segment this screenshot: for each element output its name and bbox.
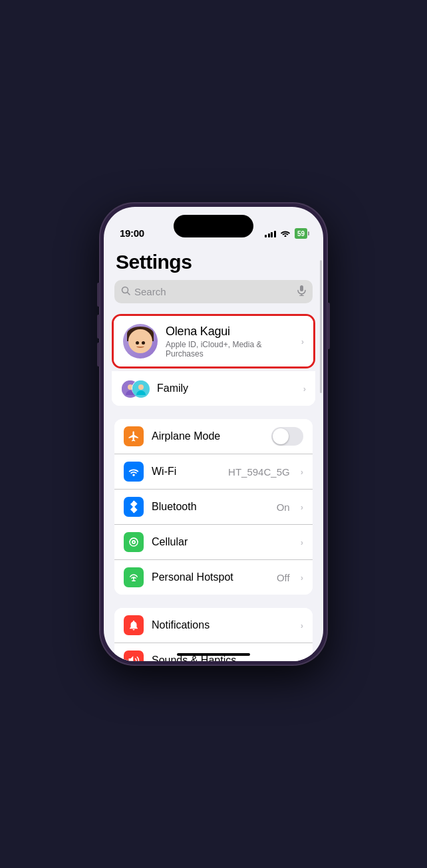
profile-info: Olena Kagui Apple ID, iCloud+, Media & P… bbox=[166, 325, 293, 359]
notifications-icon bbox=[124, 615, 144, 635]
cellular-chevron: › bbox=[301, 537, 303, 547]
svg-marker-17 bbox=[129, 656, 134, 661]
cellular-icon bbox=[124, 532, 144, 552]
airplane-mode-label: Airplane Mode bbox=[152, 430, 263, 442]
profile-chevron: › bbox=[301, 337, 304, 347]
bluetooth-label: Bluetooth bbox=[152, 501, 269, 513]
home-indicator bbox=[177, 653, 250, 656]
hotspot-icon bbox=[124, 567, 144, 587]
scroll-indicator bbox=[320, 260, 322, 393]
airplane-mode-toggle[interactable] bbox=[271, 427, 303, 446]
profile-subtitle: Apple ID, iCloud+, Media & Purchases bbox=[166, 340, 293, 359]
wifi-chevron: › bbox=[301, 467, 303, 477]
notifications-chevron: › bbox=[301, 621, 303, 631]
connectivity-group: Airplane Mode Wi-Fi HT_594C_5G › bbox=[114, 419, 313, 595]
memoji-avatar bbox=[126, 327, 155, 356]
profile-name: Olena Kagui bbox=[166, 325, 293, 339]
hotspot-chevron: › bbox=[301, 573, 303, 583]
bluetooth-value: On bbox=[277, 502, 290, 513]
search-bar[interactable]: Search bbox=[114, 280, 313, 303]
memoji-face bbox=[128, 329, 152, 353]
svg-point-8 bbox=[138, 384, 144, 390]
hotspot-value: Off bbox=[277, 572, 290, 583]
sounds-icon bbox=[124, 651, 144, 661]
signal-bar-4 bbox=[274, 231, 276, 237]
cellular-item[interactable]: Cellular › bbox=[114, 525, 313, 560]
hotspot-label: Personal Hotspot bbox=[152, 571, 269, 583]
battery-icon: 59 bbox=[295, 228, 307, 239]
svg-rect-2 bbox=[300, 285, 303, 291]
page-title: Settings bbox=[104, 243, 323, 280]
dynamic-island bbox=[174, 215, 253, 237]
signal-bars-icon bbox=[265, 229, 276, 237]
status-icons: 59 bbox=[265, 228, 307, 239]
airplane-mode-item[interactable]: Airplane Mode bbox=[114, 419, 313, 454]
sounds-chevron: › bbox=[301, 656, 303, 662]
family-item[interactable]: Family › bbox=[112, 371, 315, 406]
family-group: Family › bbox=[112, 371, 315, 406]
wifi-item[interactable]: Wi-Fi HT_594C_5G › bbox=[114, 454, 313, 490]
family-chevron: › bbox=[303, 384, 306, 394]
family-avatars bbox=[121, 378, 149, 399]
profile-item[interactable]: Olena Kagui Apple ID, iCloud+, Media & P… bbox=[114, 316, 313, 366]
signal-bar-1 bbox=[265, 235, 267, 237]
cellular-label: Cellular bbox=[152, 536, 293, 548]
memoji-mouth bbox=[136, 345, 144, 348]
search-icon bbox=[121, 286, 130, 297]
notifications-label: Notifications bbox=[152, 619, 293, 631]
signal-bar-2 bbox=[268, 233, 270, 237]
status-time: 19:00 bbox=[120, 227, 144, 239]
bluetooth-item[interactable]: Bluetooth On › bbox=[114, 490, 313, 525]
phone-frame: 19:00 59 bbox=[100, 203, 327, 665]
wifi-label: Wi-Fi bbox=[152, 466, 220, 478]
avatar bbox=[123, 324, 158, 359]
svg-point-14 bbox=[133, 541, 134, 543]
search-input[interactable]: Search bbox=[134, 286, 293, 297]
sounds-item[interactable]: Sounds & Haptics › bbox=[114, 643, 313, 661]
wifi-status-icon bbox=[280, 229, 291, 239]
signal-bar-3 bbox=[271, 232, 273, 237]
screen-content[interactable]: Settings Search bbox=[104, 243, 323, 661]
profile-highlight-border: Olena Kagui Apple ID, iCloud+, Media & P… bbox=[112, 314, 315, 368]
bluetooth-chevron: › bbox=[301, 502, 303, 512]
phone-screen: 19:00 59 bbox=[104, 207, 323, 661]
hotspot-item[interactable]: Personal Hotspot Off › bbox=[114, 560, 313, 595]
wifi-icon bbox=[124, 462, 144, 482]
svg-line-1 bbox=[128, 293, 130, 295]
microphone-icon[interactable] bbox=[297, 285, 306, 298]
family-label: Family bbox=[157, 382, 295, 394]
toggle-thumb bbox=[273, 428, 289, 444]
notifications-item[interactable]: Notifications › bbox=[114, 608, 313, 643]
wifi-value: HT_594C_5G bbox=[228, 466, 290, 478]
bluetooth-icon bbox=[124, 497, 144, 517]
airplane-mode-icon bbox=[124, 426, 144, 446]
family-avatar-2 bbox=[132, 380, 149, 397]
